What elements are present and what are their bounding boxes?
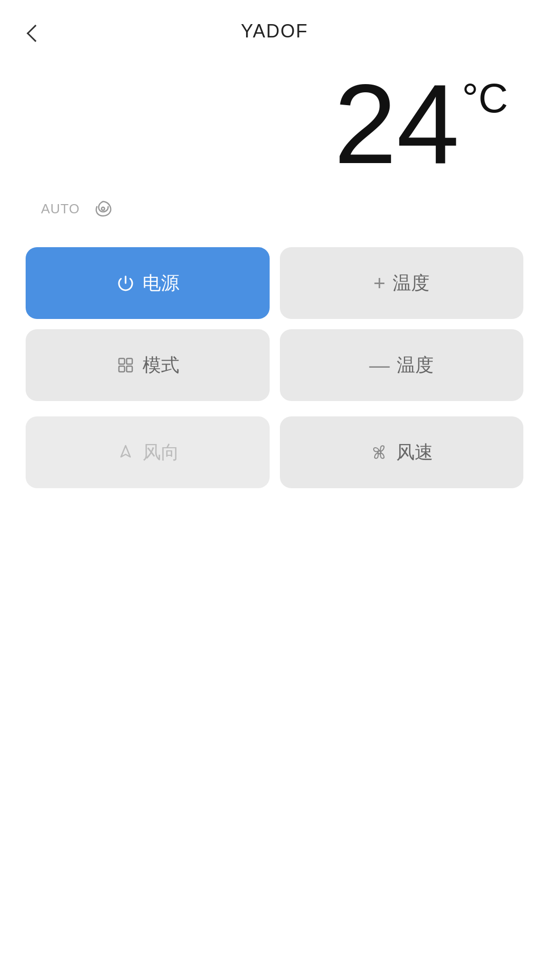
power-icon bbox=[116, 273, 135, 293]
svg-point-0 bbox=[101, 207, 105, 210]
wind-dir-label: 风向 bbox=[143, 440, 179, 465]
back-chevron-icon bbox=[27, 25, 44, 42]
control-button-grid: 电源 + 温度 模式 — 温度 bbox=[0, 232, 549, 416]
fan-icon bbox=[370, 443, 389, 462]
svg-rect-1 bbox=[119, 358, 125, 364]
power-label: 电源 bbox=[143, 271, 179, 296]
mode-label: AUTO bbox=[41, 201, 80, 217]
temp-down-label: 温度 bbox=[397, 353, 434, 378]
wind-direction-button[interactable]: 风向 bbox=[26, 416, 270, 488]
temp-number: 24 bbox=[334, 68, 460, 181]
back-button[interactable] bbox=[21, 21, 46, 46]
temp-up-button[interactable]: + 温度 bbox=[280, 247, 524, 319]
wind-controls-row: 风向 风速 bbox=[0, 416, 549, 488]
svg-rect-3 bbox=[119, 366, 125, 372]
temp-up-label: 温度 bbox=[393, 271, 430, 296]
wind-speed-button[interactable]: 风速 bbox=[280, 416, 524, 488]
temp-unit: °C bbox=[462, 78, 508, 119]
swirl-icon bbox=[90, 196, 116, 222]
temp-value-container: 24 °C bbox=[334, 68, 508, 181]
plus-icon: + bbox=[374, 272, 385, 295]
mode-button[interactable]: 模式 bbox=[26, 329, 270, 401]
temperature-display: 24 °C bbox=[0, 52, 549, 186]
wind-speed-container: 风速 bbox=[280, 416, 524, 488]
page-title: YADOF bbox=[241, 21, 308, 42]
wind-dir-container: 风向 bbox=[26, 416, 270, 488]
wind-speed-label: 风速 bbox=[396, 440, 433, 465]
direction-icon bbox=[116, 443, 135, 462]
temp-down-button[interactable]: — 温度 bbox=[280, 329, 524, 401]
svg-rect-2 bbox=[127, 358, 132, 364]
svg-rect-4 bbox=[127, 366, 132, 372]
mode-btn-label: 模式 bbox=[143, 353, 179, 378]
minus-icon: — bbox=[369, 354, 390, 377]
power-button[interactable]: 电源 bbox=[26, 247, 270, 319]
grid-icon bbox=[116, 355, 135, 375]
mode-indicator: AUTO bbox=[0, 186, 549, 232]
header: YADOF bbox=[0, 0, 549, 52]
